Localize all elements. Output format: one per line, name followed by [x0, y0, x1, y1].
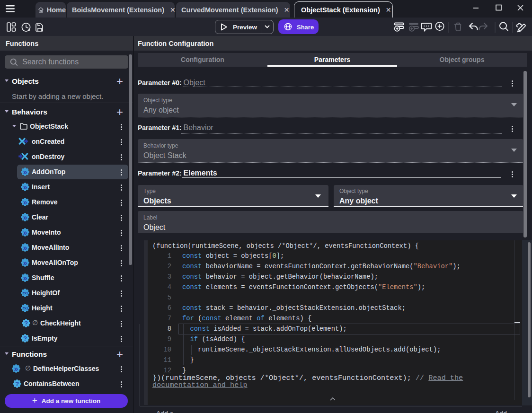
svg-text:»: »: [23, 198, 27, 206]
svg-text:?: ?: [23, 335, 27, 342]
svg-text:»: »: [23, 183, 27, 191]
svg-text:»: »: [23, 258, 27, 267]
svg-text:»: »: [23, 213, 27, 221]
svg-text:f(x): f(x): [22, 291, 28, 295]
svg-text:»: »: [23, 243, 27, 252]
svg-text:»: »: [23, 228, 27, 237]
svg-text:?: ?: [24, 320, 28, 327]
svg-text:f(x): f(x): [22, 306, 28, 310]
svg-text:»: »: [14, 364, 18, 373]
svg-text:?: ?: [15, 380, 19, 387]
svg-text:»: »: [23, 273, 27, 282]
svg-text:»: »: [23, 167, 27, 176]
